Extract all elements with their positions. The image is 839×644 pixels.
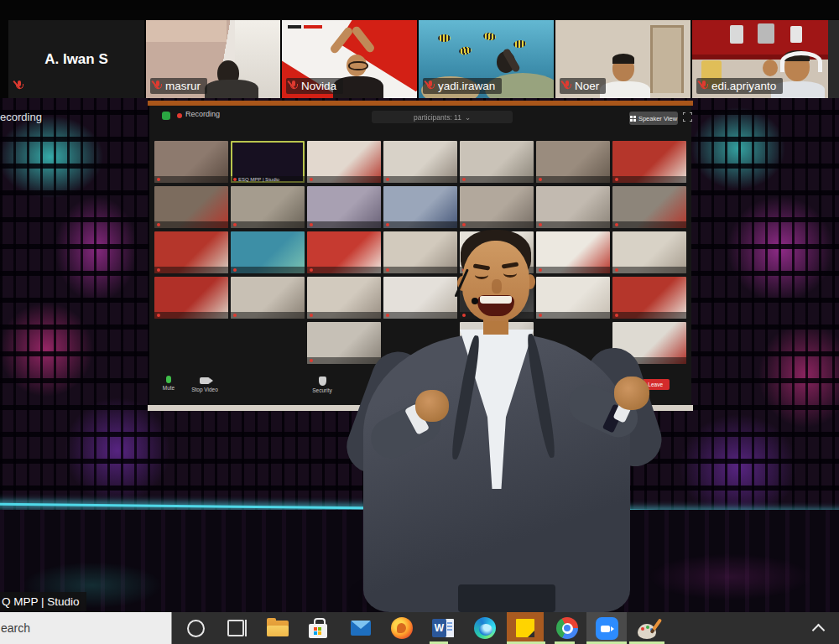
participant-name: masrur xyxy=(165,80,201,92)
participant-tile-a-iwan-s[interactable]: A. Iwan S xyxy=(8,20,144,98)
mute-button: Mute xyxy=(156,376,181,391)
inner-gallery-tile xyxy=(307,141,381,183)
windows-taskbar: earch W xyxy=(0,612,839,644)
chrome-icon xyxy=(556,617,578,639)
task-view-button[interactable] xyxy=(217,612,254,644)
camera-icon xyxy=(200,377,210,384)
inner-gallery-tile xyxy=(383,186,457,228)
paint-button[interactable] xyxy=(629,612,666,644)
inner-gallery-tile xyxy=(231,231,305,273)
inner-gallery-tile xyxy=(612,322,686,364)
studio-floor xyxy=(0,510,839,612)
inner-gallery-tile xyxy=(307,231,381,273)
headphones xyxy=(780,51,822,72)
muted-mic-icon xyxy=(700,80,708,91)
inner-gallery-tile: ESQ MPP | Studio xyxy=(231,141,305,183)
firefox-button[interactable] xyxy=(383,612,420,644)
desktop-screen: Recording participants: 11 ⌄ Speaker Vie… xyxy=(0,0,839,644)
inner-gallery-tile xyxy=(154,231,228,273)
muted-mic-icon xyxy=(154,80,162,91)
inner-gallery-tile xyxy=(536,141,610,183)
leave-button: Leave xyxy=(641,379,670,390)
participant-name: Noer xyxy=(575,80,599,92)
mpp-logo xyxy=(288,25,301,29)
muted-mic-icon xyxy=(15,80,23,91)
participant-tile-yadi-irawan[interactable]: yadi.irawan xyxy=(419,20,554,98)
muted-mic-icon xyxy=(289,80,298,91)
firefox-icon xyxy=(391,617,413,639)
inner-gallery-tile xyxy=(154,277,228,319)
inner-meeting-toolbar: Mute Stop Video Security Leave xyxy=(149,371,691,404)
participant-tile-noer[interactable]: Noer xyxy=(555,20,690,98)
inner-gallery-tile xyxy=(307,186,381,228)
mail-icon xyxy=(351,621,371,636)
file-explorer-button[interactable] xyxy=(259,612,296,644)
inner-gallery-tile xyxy=(383,141,457,183)
inner-gallery-tile xyxy=(307,322,381,364)
task-view-icon xyxy=(227,620,244,636)
mic-icon xyxy=(166,376,171,383)
microsoft-store-button[interactable] xyxy=(300,612,337,644)
mail-button[interactable] xyxy=(342,612,379,644)
word-button[interactable]: W xyxy=(425,612,461,644)
inner-gallery-tile xyxy=(612,231,686,273)
edge-button[interactable] xyxy=(466,612,503,644)
sticky-notes-icon xyxy=(516,619,534,637)
word-icon: W xyxy=(432,619,454,637)
edge-icon xyxy=(474,617,496,639)
security-shield-icon xyxy=(162,112,170,120)
inner-gallery-tile xyxy=(460,277,534,319)
security-button: Security xyxy=(307,376,337,393)
screen-bezel-bottom xyxy=(148,405,693,411)
recording-label: Recording xyxy=(185,110,220,118)
inner-gallery-tile xyxy=(383,277,457,319)
participant-tile-edi-apriyanto[interactable]: edi.apriyanto xyxy=(692,20,828,98)
search-input[interactable]: earch xyxy=(0,612,172,644)
studio-name-overlay: Q MPP | Studio xyxy=(0,592,86,611)
stop-video-button: Stop Video xyxy=(186,376,223,392)
inner-gallery-tile xyxy=(231,186,305,228)
microsoft-store-icon xyxy=(309,618,329,638)
file-explorer-icon xyxy=(267,621,289,636)
fish xyxy=(438,34,451,42)
inner-gallery-tile xyxy=(536,186,610,228)
muted-mic-icon xyxy=(563,80,571,91)
participant-name: edi.apriyanto xyxy=(711,80,776,92)
inner-gallery-tile xyxy=(307,277,381,319)
inner-gallery-grid: ESQ MPP | Studio xyxy=(154,141,686,364)
participant-tile-masrur[interactable]: masrur xyxy=(146,20,280,98)
paint-icon xyxy=(638,618,659,639)
shield-icon xyxy=(319,377,326,386)
participants-pill: participants: 11 ⌄ xyxy=(372,111,513,123)
participant-filmstrip: A. Iwan S masrur Novida xyxy=(0,0,839,98)
inner-gallery-tile xyxy=(460,322,534,364)
inner-gallery-tile xyxy=(154,186,228,228)
zoom-app-icon xyxy=(596,617,618,640)
zoom-app-button[interactable] xyxy=(586,612,627,644)
participant-tile-novida[interactable]: Novida xyxy=(282,20,417,98)
participant-name: A. Iwan S xyxy=(8,20,144,98)
chevron-down-icon: ⌄ xyxy=(465,113,471,122)
recording-overlay-text: ecording xyxy=(0,111,42,123)
inner-gallery-tile xyxy=(154,141,228,183)
tray-expand-chevron-icon[interactable] xyxy=(812,624,826,637)
recording-dot-icon xyxy=(177,113,182,118)
speaker-view-button: Speaker View xyxy=(629,112,678,125)
sticky-notes-button[interactable] xyxy=(507,612,544,644)
chrome-button[interactable] xyxy=(549,612,586,644)
participant-name: Novida xyxy=(301,80,336,92)
view-grid-icon xyxy=(630,116,636,122)
inner-meeting-topbar: Recording participants: 11 ⌄ Speaker Vie… xyxy=(149,106,691,139)
cortana-button[interactable] xyxy=(177,612,214,644)
main-speaker-video[interactable]: Recording participants: 11 ⌄ Speaker Vie… xyxy=(0,98,839,612)
studio-display-screen: Recording participants: 11 ⌄ Speaker Vie… xyxy=(149,101,691,411)
inner-gallery-tile xyxy=(231,277,305,319)
participant-name: yadi.irawan xyxy=(438,80,495,92)
fullscreen-icon xyxy=(683,112,692,122)
inner-gallery-tile xyxy=(536,231,610,273)
cortana-icon xyxy=(187,620,205,637)
inner-gallery-tile xyxy=(612,186,686,228)
inner-gallery-tile xyxy=(460,186,534,228)
inner-gallery-tile xyxy=(536,277,610,319)
inner-gallery-tile xyxy=(460,141,534,183)
